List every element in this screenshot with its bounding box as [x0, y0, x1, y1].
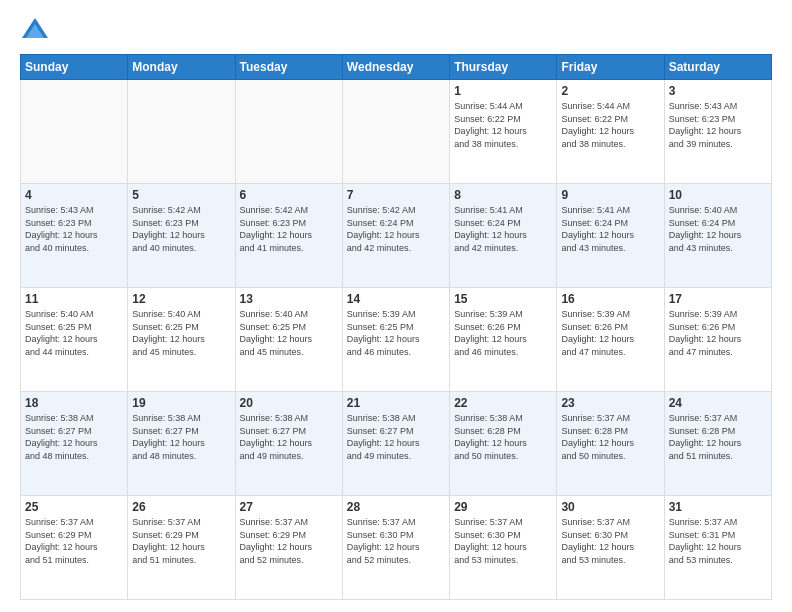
day-info: Sunrise: 5:37 AM Sunset: 6:29 PM Dayligh…	[132, 516, 230, 566]
calendar-cell: 22Sunrise: 5:38 AM Sunset: 6:28 PM Dayli…	[450, 392, 557, 496]
day-number: 23	[561, 396, 659, 410]
weekday-header-thursday: Thursday	[450, 55, 557, 80]
calendar-cell	[21, 80, 128, 184]
weekday-header-sunday: Sunday	[21, 55, 128, 80]
calendar-cell: 24Sunrise: 5:37 AM Sunset: 6:28 PM Dayli…	[664, 392, 771, 496]
day-info: Sunrise: 5:38 AM Sunset: 6:27 PM Dayligh…	[25, 412, 123, 462]
day-info: Sunrise: 5:37 AM Sunset: 6:29 PM Dayligh…	[240, 516, 338, 566]
day-info: Sunrise: 5:38 AM Sunset: 6:27 PM Dayligh…	[240, 412, 338, 462]
day-info: Sunrise: 5:37 AM Sunset: 6:29 PM Dayligh…	[25, 516, 123, 566]
weekday-header-monday: Monday	[128, 55, 235, 80]
day-info: Sunrise: 5:39 AM Sunset: 6:26 PM Dayligh…	[561, 308, 659, 358]
logo-icon	[20, 16, 50, 46]
calendar-cell: 11Sunrise: 5:40 AM Sunset: 6:25 PM Dayli…	[21, 288, 128, 392]
weekday-header-tuesday: Tuesday	[235, 55, 342, 80]
calendar-cell	[128, 80, 235, 184]
weekday-header-row: SundayMondayTuesdayWednesdayThursdayFrid…	[21, 55, 772, 80]
day-info: Sunrise: 5:38 AM Sunset: 6:28 PM Dayligh…	[454, 412, 552, 462]
calendar-cell: 1Sunrise: 5:44 AM Sunset: 6:22 PM Daylig…	[450, 80, 557, 184]
calendar-cell: 8Sunrise: 5:41 AM Sunset: 6:24 PM Daylig…	[450, 184, 557, 288]
calendar-cell: 5Sunrise: 5:42 AM Sunset: 6:23 PM Daylig…	[128, 184, 235, 288]
calendar-cell: 14Sunrise: 5:39 AM Sunset: 6:25 PM Dayli…	[342, 288, 449, 392]
day-number: 20	[240, 396, 338, 410]
day-number: 27	[240, 500, 338, 514]
day-number: 14	[347, 292, 445, 306]
calendar-week-2: 4Sunrise: 5:43 AM Sunset: 6:23 PM Daylig…	[21, 184, 772, 288]
day-number: 29	[454, 500, 552, 514]
calendar-cell: 15Sunrise: 5:39 AM Sunset: 6:26 PM Dayli…	[450, 288, 557, 392]
calendar-cell: 7Sunrise: 5:42 AM Sunset: 6:24 PM Daylig…	[342, 184, 449, 288]
weekday-header-wednesday: Wednesday	[342, 55, 449, 80]
day-number: 21	[347, 396, 445, 410]
day-info: Sunrise: 5:40 AM Sunset: 6:25 PM Dayligh…	[25, 308, 123, 358]
day-info: Sunrise: 5:39 AM Sunset: 6:26 PM Dayligh…	[669, 308, 767, 358]
day-info: Sunrise: 5:43 AM Sunset: 6:23 PM Dayligh…	[25, 204, 123, 254]
calendar-cell: 29Sunrise: 5:37 AM Sunset: 6:30 PM Dayli…	[450, 496, 557, 600]
calendar-cell: 21Sunrise: 5:38 AM Sunset: 6:27 PM Dayli…	[342, 392, 449, 496]
day-info: Sunrise: 5:39 AM Sunset: 6:25 PM Dayligh…	[347, 308, 445, 358]
calendar-cell: 31Sunrise: 5:37 AM Sunset: 6:31 PM Dayli…	[664, 496, 771, 600]
day-number: 26	[132, 500, 230, 514]
day-number: 19	[132, 396, 230, 410]
calendar-cell: 10Sunrise: 5:40 AM Sunset: 6:24 PM Dayli…	[664, 184, 771, 288]
calendar-cell: 3Sunrise: 5:43 AM Sunset: 6:23 PM Daylig…	[664, 80, 771, 184]
day-number: 18	[25, 396, 123, 410]
day-info: Sunrise: 5:38 AM Sunset: 6:27 PM Dayligh…	[347, 412, 445, 462]
day-info: Sunrise: 5:38 AM Sunset: 6:27 PM Dayligh…	[132, 412, 230, 462]
day-info: Sunrise: 5:37 AM Sunset: 6:30 PM Dayligh…	[347, 516, 445, 566]
day-number: 4	[25, 188, 123, 202]
calendar-cell: 6Sunrise: 5:42 AM Sunset: 6:23 PM Daylig…	[235, 184, 342, 288]
calendar-week-4: 18Sunrise: 5:38 AM Sunset: 6:27 PM Dayli…	[21, 392, 772, 496]
day-info: Sunrise: 5:41 AM Sunset: 6:24 PM Dayligh…	[561, 204, 659, 254]
day-number: 5	[132, 188, 230, 202]
day-number: 6	[240, 188, 338, 202]
day-info: Sunrise: 5:44 AM Sunset: 6:22 PM Dayligh…	[561, 100, 659, 150]
calendar-cell: 19Sunrise: 5:38 AM Sunset: 6:27 PM Dayli…	[128, 392, 235, 496]
day-info: Sunrise: 5:37 AM Sunset: 6:31 PM Dayligh…	[669, 516, 767, 566]
day-info: Sunrise: 5:37 AM Sunset: 6:28 PM Dayligh…	[561, 412, 659, 462]
day-number: 16	[561, 292, 659, 306]
day-info: Sunrise: 5:37 AM Sunset: 6:30 PM Dayligh…	[454, 516, 552, 566]
calendar-cell: 28Sunrise: 5:37 AM Sunset: 6:30 PM Dayli…	[342, 496, 449, 600]
day-number: 13	[240, 292, 338, 306]
calendar-week-1: 1Sunrise: 5:44 AM Sunset: 6:22 PM Daylig…	[21, 80, 772, 184]
calendar-cell: 12Sunrise: 5:40 AM Sunset: 6:25 PM Dayli…	[128, 288, 235, 392]
day-number: 8	[454, 188, 552, 202]
calendar-cell: 4Sunrise: 5:43 AM Sunset: 6:23 PM Daylig…	[21, 184, 128, 288]
day-number: 12	[132, 292, 230, 306]
day-number: 11	[25, 292, 123, 306]
day-number: 7	[347, 188, 445, 202]
day-info: Sunrise: 5:37 AM Sunset: 6:28 PM Dayligh…	[669, 412, 767, 462]
weekday-header-friday: Friday	[557, 55, 664, 80]
day-number: 3	[669, 84, 767, 98]
calendar-cell: 20Sunrise: 5:38 AM Sunset: 6:27 PM Dayli…	[235, 392, 342, 496]
calendar-table: SundayMondayTuesdayWednesdayThursdayFrid…	[20, 54, 772, 600]
day-number: 15	[454, 292, 552, 306]
calendar-cell	[342, 80, 449, 184]
day-info: Sunrise: 5:44 AM Sunset: 6:22 PM Dayligh…	[454, 100, 552, 150]
calendar-cell: 25Sunrise: 5:37 AM Sunset: 6:29 PM Dayli…	[21, 496, 128, 600]
day-info: Sunrise: 5:42 AM Sunset: 6:23 PM Dayligh…	[132, 204, 230, 254]
calendar-cell: 17Sunrise: 5:39 AM Sunset: 6:26 PM Dayli…	[664, 288, 771, 392]
header	[20, 16, 772, 46]
day-info: Sunrise: 5:42 AM Sunset: 6:23 PM Dayligh…	[240, 204, 338, 254]
weekday-header-saturday: Saturday	[664, 55, 771, 80]
day-number: 30	[561, 500, 659, 514]
calendar-cell	[235, 80, 342, 184]
day-info: Sunrise: 5:40 AM Sunset: 6:25 PM Dayligh…	[240, 308, 338, 358]
calendar-cell: 16Sunrise: 5:39 AM Sunset: 6:26 PM Dayli…	[557, 288, 664, 392]
calendar-cell: 2Sunrise: 5:44 AM Sunset: 6:22 PM Daylig…	[557, 80, 664, 184]
day-number: 17	[669, 292, 767, 306]
calendar-week-3: 11Sunrise: 5:40 AM Sunset: 6:25 PM Dayli…	[21, 288, 772, 392]
day-info: Sunrise: 5:41 AM Sunset: 6:24 PM Dayligh…	[454, 204, 552, 254]
logo	[20, 16, 54, 46]
day-info: Sunrise: 5:42 AM Sunset: 6:24 PM Dayligh…	[347, 204, 445, 254]
day-number: 2	[561, 84, 659, 98]
day-number: 1	[454, 84, 552, 98]
calendar-cell: 18Sunrise: 5:38 AM Sunset: 6:27 PM Dayli…	[21, 392, 128, 496]
calendar-cell: 26Sunrise: 5:37 AM Sunset: 6:29 PM Dayli…	[128, 496, 235, 600]
day-info: Sunrise: 5:39 AM Sunset: 6:26 PM Dayligh…	[454, 308, 552, 358]
day-number: 31	[669, 500, 767, 514]
day-number: 10	[669, 188, 767, 202]
day-number: 28	[347, 500, 445, 514]
